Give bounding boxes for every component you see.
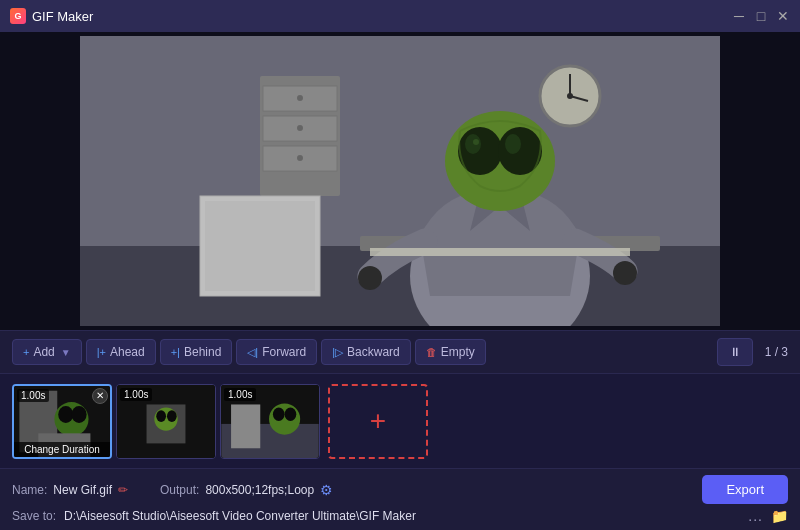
name-value: New Gif.gif <box>53 483 112 497</box>
output-label: Output: <box>160 483 199 497</box>
preview-image <box>80 36 720 326</box>
svg-point-39 <box>156 410 166 422</box>
frame-1-duration: 1.00s <box>17 389 49 402</box>
svg-point-40 <box>167 410 177 422</box>
add-frame-plus-icon: + <box>370 407 386 435</box>
toolbar: + Add ▼ |+ Ahead +| Behind ◁| Forward |▷… <box>0 330 800 374</box>
more-options-button[interactable]: ... <box>748 508 763 524</box>
frame-1-close-button[interactable]: ✕ <box>92 388 108 404</box>
main-container: + Add ▼ |+ Ahead +| Behind ◁| Forward |▷… <box>0 32 800 530</box>
dropdown-arrow-icon: ▼ <box>61 347 71 358</box>
add-frame-button[interactable]: + <box>328 384 428 459</box>
timeline-frame-1[interactable]: 1.00s ✕ Change Duration <box>12 384 112 459</box>
ahead-icon: |+ <box>97 346 106 358</box>
svg-rect-29 <box>80 36 720 326</box>
forward-button[interactable]: ◁| Forward <box>236 339 317 365</box>
empty-button[interactable]: 🗑 Empty <box>415 339 486 365</box>
pause-icon: ⏸ <box>729 345 741 359</box>
window-title: GIF Maker <box>32 9 732 24</box>
app-icon: G <box>10 8 26 24</box>
add-button[interactable]: + Add ▼ <box>12 339 82 365</box>
trash-icon: 🗑 <box>426 346 437 358</box>
save-path: D:\Aiseesoft Studio\Aiseesoft Video Conv… <box>64 509 740 523</box>
frame-3-duration: 1.00s <box>224 388 256 401</box>
output-section: Output: 800x500;12fps;Loop ⚙ <box>160 482 333 498</box>
edit-name-icon[interactable]: ✏ <box>118 483 128 497</box>
svg-point-33 <box>58 405 73 422</box>
bottom-row-2: Save to: D:\Aiseesoft Studio\Aiseesoft V… <box>12 508 788 524</box>
svg-point-45 <box>273 407 285 421</box>
play-pause-button[interactable]: ⏸ <box>717 338 753 366</box>
forward-icon: ◁| <box>247 346 258 359</box>
svg-point-46 <box>285 407 297 421</box>
close-button[interactable]: ✕ <box>776 9 790 23</box>
frame-counter: 1 / 3 <box>765 345 788 359</box>
bottom-bar: Name: New Gif.gif ✏ Output: 800x500;12fp… <box>0 469 800 530</box>
frame-2-duration: 1.00s <box>120 388 152 401</box>
export-button[interactable]: Export <box>702 475 788 504</box>
add-icon: + <box>23 346 29 358</box>
behind-icon: +| <box>171 346 180 358</box>
timeline-frame-3[interactable]: 1.00s <box>220 384 320 459</box>
timeline-frame-2[interactable]: 1.00s <box>116 384 216 459</box>
title-bar: G GIF Maker ─ □ ✕ <box>0 0 800 32</box>
settings-icon[interactable]: ⚙ <box>320 482 333 498</box>
svg-point-34 <box>71 405 86 422</box>
minimize-button[interactable]: ─ <box>732 9 746 23</box>
preview-area <box>0 32 800 330</box>
behind-button[interactable]: +| Behind <box>160 339 233 365</box>
backward-button[interactable]: |▷ Backward <box>321 339 411 365</box>
save-label: Save to: <box>12 509 56 523</box>
svg-point-44 <box>269 403 300 434</box>
name-section: Name: New Gif.gif ✏ <box>12 483 128 497</box>
folder-icon[interactable]: 📁 <box>771 508 788 524</box>
frame-1-label[interactable]: Change Duration <box>14 442 110 457</box>
window-controls: ─ □ ✕ <box>732 9 790 23</box>
timeline: 1.00s ✕ Change Duration 1.00s <box>0 374 800 469</box>
maximize-button[interactable]: □ <box>754 9 768 23</box>
ahead-button[interactable]: |+ Ahead <box>86 339 156 365</box>
bottom-row-1: Name: New Gif.gif ✏ Output: 800x500;12fp… <box>12 475 788 504</box>
name-label: Name: <box>12 483 47 497</box>
backward-icon: |▷ <box>332 346 343 359</box>
output-value: 800x500;12fps;Loop <box>205 483 314 497</box>
svg-rect-43 <box>231 404 260 448</box>
